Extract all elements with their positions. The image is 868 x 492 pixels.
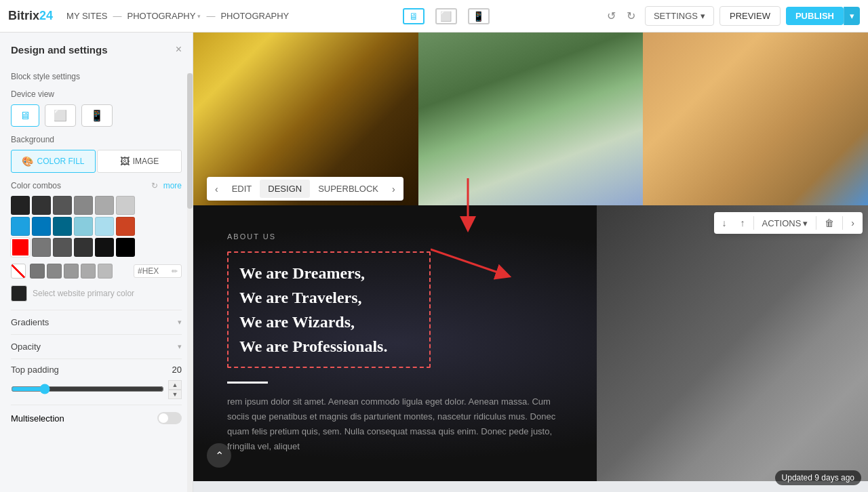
- color-swatch[interactable]: [11, 196, 30, 215]
- publish-button[interactable]: PUBLISH: [786, 7, 844, 25]
- gradients-section[interactable]: Gradients ▾: [11, 310, 182, 334]
- block-next-button[interactable]: ›: [387, 181, 401, 197]
- gradients-chevron-icon: ▾: [178, 318, 182, 327]
- color-swatch[interactable]: [74, 217, 93, 236]
- padding-label: Top padding: [11, 365, 59, 375]
- sidebar-device-desktop[interactable]: 🖥: [11, 104, 39, 127]
- color-swatch[interactable]: [32, 238, 51, 257]
- updated-badge: Updated 9 days ago: [775, 470, 861, 485]
- color-swatch[interactable]: [53, 196, 72, 215]
- primary-color-label: Select website primary color: [33, 289, 134, 298]
- about-heading-line-3: We are Wizards,: [239, 310, 418, 334]
- color-swatch[interactable]: [53, 217, 72, 236]
- sidebar-device-view: 🖥 ⬜ 📱: [11, 104, 182, 127]
- background-label: Background: [11, 135, 182, 144]
- undo-button[interactable]: ↺: [603, 7, 620, 25]
- no-color-swatch[interactable]: [11, 264, 26, 279]
- color-swatch[interactable]: [53, 238, 72, 257]
- nav-my-sites[interactable]: MY SITES: [66, 11, 107, 21]
- color-swatch[interactable]: [116, 196, 135, 215]
- color-swatch[interactable]: [11, 217, 30, 236]
- about-heading-box[interactable]: We are Dreamers, We are Travelers, We ar…: [227, 251, 431, 368]
- bg-tab-color-fill[interactable]: 🎨 COLOR FILL: [11, 150, 96, 173]
- multiselection-label: Multiselection: [11, 413, 64, 424]
- hex-swatch[interactable]: [81, 264, 96, 279]
- padding-controls: ▲ ▼: [11, 380, 182, 399]
- device-tablet-icon[interactable]: ⬜: [435, 8, 457, 24]
- hex-input-wrapper: ✏: [134, 264, 182, 278]
- more-link[interactable]: more: [163, 181, 182, 190]
- hex-swatch[interactable]: [47, 264, 62, 279]
- primary-color-swatch[interactable]: [11, 285, 27, 302]
- block-design-tab[interactable]: DESIGN: [260, 180, 310, 198]
- padding-slider[interactable]: [11, 384, 164, 394]
- preview-button[interactable]: PREVIEW: [719, 6, 781, 26]
- move-up-button[interactable]: ↑: [735, 215, 751, 231]
- color-fill-icon: 🎨: [22, 156, 33, 167]
- device-desktop-icon[interactable]: 🖥: [403, 8, 425, 24]
- opacity-chevron-icon: ▾: [178, 342, 182, 351]
- brand-logo[interactable]: Bitrix24: [8, 9, 53, 23]
- color-swatch[interactable]: [74, 196, 93, 215]
- primary-color-row: Select website primary color: [11, 285, 182, 302]
- bg-tab-image[interactable]: 🖼 IMAGE: [97, 150, 182, 173]
- publish-dropdown-button[interactable]: ▾: [844, 7, 860, 25]
- edit-icon[interactable]: ✏: [172, 267, 178, 276]
- opacity-section[interactable]: Opacity ▾: [11, 334, 182, 358]
- hex-swatch[interactable]: [98, 264, 113, 279]
- right-block-toolbar: ↓ ↑ ACTIONS ▾ 🗑 ›: [714, 212, 863, 234]
- color-combos-label: Color combos: [11, 181, 61, 190]
- block-edit-tab[interactable]: EDIT: [224, 180, 260, 198]
- background-section: 🎨 COLOR FILL 🖼 IMAGE Color combos ↻ more: [11, 150, 182, 302]
- topbar-actions: ↺ ↻ SETTINGS ▾ PREVIEW PUBLISH ▾: [603, 6, 860, 26]
- color-swatch[interactable]: [95, 196, 114, 215]
- color-swatch[interactable]: [32, 217, 51, 236]
- sidebar-device-tablet[interactable]: ⬜: [45, 104, 76, 127]
- actions-button[interactable]: ACTIONS ▾: [757, 216, 814, 231]
- padding-increment-button[interactable]: ▲: [168, 380, 182, 390]
- nav-photography-1[interactable]: PHOTOGRAPHY ▾: [127, 11, 201, 21]
- hex-swatch[interactable]: [64, 264, 79, 279]
- padding-header: Top padding 20: [11, 365, 182, 375]
- color-swatch[interactable]: [95, 217, 114, 236]
- redo-button[interactable]: ↻: [623, 7, 639, 25]
- sidebar-close-button[interactable]: ×: [176, 43, 182, 56]
- padding-value: 20: [172, 365, 182, 375]
- delete-button[interactable]: 🗑: [819, 215, 840, 231]
- hex-swatch[interactable]: [30, 264, 45, 279]
- color-swatch[interactable]: [116, 217, 135, 236]
- sidebar-scrollbar-track[interactable]: [187, 73, 193, 492]
- color-swatch[interactable]: [116, 238, 135, 257]
- image-icon: 🖼: [120, 156, 130, 167]
- sidebar-scroll-area[interactable]: Block style settings Device view 🖥 ⬜ 📱 B…: [0, 64, 193, 492]
- hex-input[interactable]: [138, 266, 172, 276]
- sidebar-device-mobile[interactable]: 📱: [81, 104, 113, 127]
- sidebar: Design and settings × Block style settin…: [0, 33, 193, 492]
- color-swatch[interactable]: [32, 196, 51, 215]
- block-superblock-tab[interactable]: SUPERBLOCK: [310, 180, 387, 198]
- gradients-label: Gradients: [11, 317, 49, 327]
- padding-decrement-button[interactable]: ▼: [168, 390, 182, 399]
- sidebar-header: Design and settings ×: [0, 33, 193, 64]
- refresh-icon[interactable]: ↻: [151, 181, 158, 190]
- device-mobile-icon[interactable]: 📱: [468, 8, 490, 24]
- bg-tabs: 🎨 COLOR FILL 🖼 IMAGE: [11, 150, 182, 173]
- block-toolbar-container: ‹ EDIT DESIGN SUPERBLOCK ›: [207, 177, 403, 214]
- opacity-label: Opacity: [11, 342, 41, 352]
- color-swatch[interactable]: [95, 238, 114, 257]
- settings-button[interactable]: SETTINGS ▾: [645, 6, 714, 26]
- multiselection-toggle[interactable]: [157, 412, 182, 424]
- top-padding-section: Top padding 20 ▲ ▼: [11, 358, 182, 405]
- color-swatch-no-color[interactable]: [11, 238, 30, 257]
- about-left-column: ABOUT US We are Dreamers, We are Travele…: [193, 205, 597, 481]
- device-switcher: 🖥 ⬜ 📱: [297, 8, 595, 24]
- right-toolbar-next-button[interactable]: ›: [846, 215, 860, 231]
- move-down-button[interactable]: ↓: [717, 215, 732, 231]
- device-view-label: Device view: [11, 89, 182, 99]
- color-swatch[interactable]: [74, 238, 93, 257]
- about-right-column: [597, 205, 868, 481]
- color-row-2: [11, 217, 182, 236]
- nav-photography-2[interactable]: PHOTOGRAPHY: [220, 11, 289, 21]
- main-layout: Design and settings × Block style settin…: [0, 33, 868, 492]
- block-prev-button[interactable]: ‹: [210, 181, 224, 197]
